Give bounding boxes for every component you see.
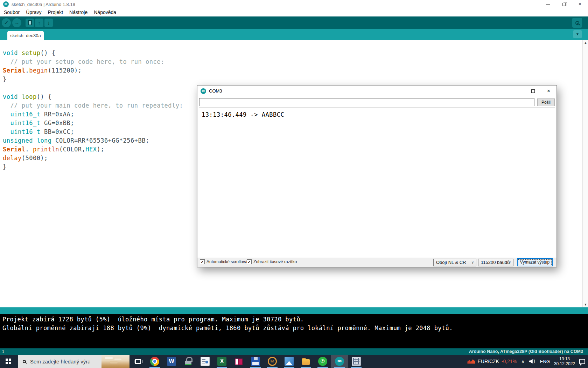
close-icon: × bbox=[547, 88, 550, 94]
menu-úpravy[interactable]: Úpravy bbox=[23, 8, 44, 16]
taskbar-app-whatsapp[interactable] bbox=[314, 355, 331, 368]
taskbar-app-excel[interactable] bbox=[214, 355, 230, 368]
volume-icon[interactable] bbox=[529, 359, 536, 364]
save-button[interactable]: ↓ bbox=[44, 19, 53, 27]
taskbar-app-calculator[interactable] bbox=[348, 355, 365, 368]
desktop: ∞ sketch_dec30a | Arduino 1.8.19 × Soubo… bbox=[0, 0, 588, 368]
send-button[interactable]: Pošli bbox=[537, 98, 555, 106]
menu-soubor[interactable]: Soubor bbox=[1, 8, 23, 16]
system-tray: EUR/CZK -0,21% ∧ ENG 13:13 30.12.2022 bbox=[467, 355, 588, 368]
baud-rate-value: 115200 baudů bbox=[481, 260, 510, 265]
timestamp-checkbox[interactable]: ✓ Zobrazit časové razítko bbox=[247, 259, 297, 264]
task-view-icon bbox=[135, 359, 141, 364]
document-icon bbox=[28, 20, 32, 25]
serial-monitor-button[interactable] bbox=[572, 18, 582, 28]
editor-scrollbar[interactable]: ▲ ▼ bbox=[582, 40, 588, 307]
timestamp-label: Zobrazit časové razítko bbox=[253, 259, 297, 264]
restore-icon bbox=[562, 3, 566, 6]
tab-sketch[interactable]: sketch_dec30a bbox=[7, 31, 44, 40]
search-daily-image[interactable] bbox=[102, 355, 130, 368]
magnifier-icon bbox=[575, 21, 579, 25]
taskbar-app-security[interactable] bbox=[180, 355, 197, 368]
action-center-icon[interactable] bbox=[579, 359, 585, 364]
console-line: Projekt zabírá 1728 bytů (5%) úložného m… bbox=[2, 315, 588, 324]
currency-ticker[interactable]: EUR/CZK -0,21% bbox=[467, 359, 517, 364]
stock-chart-icon bbox=[467, 359, 475, 364]
clock-time: 13:13 bbox=[554, 356, 575, 361]
search-icon bbox=[23, 360, 26, 363]
restore-button[interactable] bbox=[556, 0, 572, 8]
viewer-icon bbox=[234, 357, 243, 366]
taskbar-app-explorer[interactable] bbox=[298, 355, 314, 368]
upload-button[interactable]: → bbox=[12, 18, 21, 27]
ticker-symbol: EUR/CZK bbox=[477, 359, 499, 364]
taskbar-app-viewer[interactable] bbox=[230, 355, 247, 368]
new-sketch-button[interactable] bbox=[26, 19, 34, 27]
status-strip bbox=[0, 307, 588, 314]
scroll-down-icon[interactable]: ▼ bbox=[583, 302, 588, 307]
close-icon: × bbox=[578, 1, 581, 7]
serial-close-button[interactable]: × bbox=[541, 86, 556, 96]
photos-icon bbox=[285, 357, 294, 366]
serial-output-line: 13:13:46.449 -> AABBCC bbox=[202, 111, 552, 118]
ticker-change: -0,21% bbox=[502, 359, 517, 364]
taskbar-app-word[interactable] bbox=[163, 355, 180, 368]
taskbar-app-photos[interactable] bbox=[281, 355, 298, 368]
word-icon bbox=[167, 357, 176, 366]
code-line: void setup() { bbox=[3, 49, 588, 57]
commander-icon bbox=[251, 357, 260, 366]
tab-dropdown-button[interactable]: ▼ bbox=[573, 30, 582, 38]
serial-minimize-button[interactable] bbox=[509, 86, 525, 96]
open-button[interactable]: ↑ bbox=[35, 19, 43, 27]
serial-output[interactable]: 13:13:46.449 -> AABBCC bbox=[199, 108, 555, 257]
baud-rate-select[interactable]: 115200 baudů ∨ bbox=[478, 259, 513, 266]
menu-projekt[interactable]: Projekt bbox=[45, 8, 66, 16]
serial-maximize-button[interactable] bbox=[525, 86, 541, 96]
chevron-down-icon: ∨ bbox=[509, 259, 511, 266]
minimize-button[interactable] bbox=[540, 0, 556, 8]
close-button[interactable]: × bbox=[572, 0, 588, 8]
language-indicator[interactable]: ENG bbox=[540, 359, 550, 364]
line-indicator: 1 bbox=[2, 349, 4, 354]
code-line: Serial.begin(115200); bbox=[3, 66, 588, 75]
maximize-icon bbox=[531, 89, 535, 93]
menu-nástroje[interactable]: Nástroje bbox=[66, 8, 91, 16]
hidden-icons-chevron[interactable]: ∧ bbox=[521, 359, 525, 364]
search-input[interactable] bbox=[30, 359, 90, 364]
taskbar-app-commander[interactable] bbox=[247, 355, 264, 368]
contacts-icon bbox=[201, 357, 210, 366]
taskbar-apps bbox=[146, 355, 365, 368]
arrow-down-icon: ↓ bbox=[47, 20, 50, 26]
tab-strip: sketch_dec30a ▼ bbox=[0, 29, 588, 40]
chevron-down-icon: ∨ bbox=[471, 259, 474, 266]
taskbar-app-arduino[interactable] bbox=[331, 355, 348, 368]
code-line: } bbox=[3, 75, 588, 84]
scroll-up-icon[interactable]: ▲ bbox=[583, 40, 588, 46]
menu-nápověda[interactable]: Nápověda bbox=[91, 8, 119, 16]
taskbar-app-contacts[interactable] bbox=[197, 355, 214, 368]
minimize-icon bbox=[546, 4, 550, 5]
clear-output-button[interactable]: Vymazat výstup bbox=[517, 258, 553, 266]
window-title: sketch_dec30a | Arduino 1.8.19 bbox=[12, 2, 75, 7]
autoscroll-label: Automatické scrollování bbox=[206, 259, 251, 264]
chrome-icon bbox=[150, 357, 159, 366]
taskbar-search[interactable] bbox=[18, 355, 130, 368]
title-bar: ∞ sketch_dec30a | Arduino 1.8.19 × bbox=[0, 0, 588, 8]
autoscroll-checkbox[interactable]: ✓ Automatické scrollování bbox=[200, 259, 251, 264]
taskbar-app-mail[interactable] bbox=[264, 355, 281, 368]
serial-input[interactable] bbox=[199, 98, 534, 106]
line-ending-select[interactable]: Obojí NL & CR ∨ bbox=[433, 259, 476, 266]
ide-footer: 1 Arduino Nano, ATmega328P (Old Bootload… bbox=[0, 348, 588, 355]
security-icon bbox=[184, 357, 193, 366]
serial-monitor-window: ∞ COM3 × Pošli 13:13:46.449 -> AABBCC ✓ … bbox=[197, 85, 557, 267]
arrow-up-icon: ↑ bbox=[38, 20, 41, 26]
task-view-button[interactable] bbox=[130, 355, 146, 368]
verify-button[interactable]: ✓ bbox=[2, 18, 11, 27]
arduino-app-icon: ∞ bbox=[201, 88, 206, 94]
menu-bar: SouborÚpravyProjektNástrojeNápověda bbox=[0, 8, 588, 16]
clock[interactable]: 13:13 30.12.2022 bbox=[554, 356, 575, 366]
checkbox-checked-icon: ✓ bbox=[247, 259, 252, 264]
start-button[interactable] bbox=[0, 355, 17, 368]
calculator-icon bbox=[352, 357, 361, 366]
taskbar-app-chrome[interactable] bbox=[146, 355, 163, 368]
